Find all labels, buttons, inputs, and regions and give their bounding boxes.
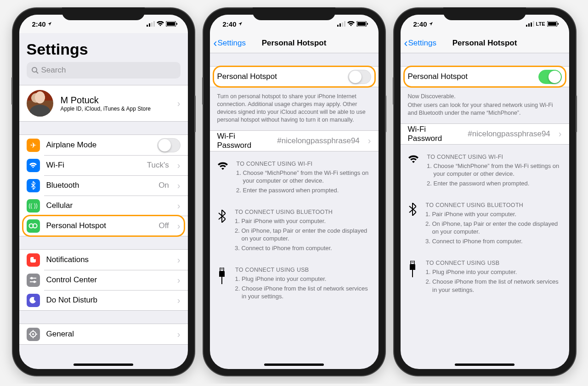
chevron-left-icon: ‹ — [214, 37, 217, 50]
instr-bt-3: Connect to iPhone from computer. — [432, 237, 561, 246]
instr-usb-2: Choose iPhone from the list of network s… — [242, 285, 371, 301]
row-notifications[interactable]: Notifications › — [19, 250, 188, 270]
usb-icon — [217, 267, 227, 302]
label-dnd: Do Not Disturb — [46, 296, 169, 305]
chevron-right-icon: › — [559, 129, 562, 139]
instructions-bluetooth: TO CONNECT USING BLUETOOTH Pair iPhone w… — [217, 204, 371, 262]
location-icon — [429, 22, 433, 26]
chevron-right-icon: › — [177, 329, 181, 340]
instr-usb-heading: TO CONNECT USING USB — [235, 267, 371, 273]
chevron-right-icon: › — [177, 201, 181, 211]
row-bluetooth[interactable]: Bluetooth On › — [19, 175, 188, 196]
carrier-text: LTE — [536, 21, 545, 27]
nav-title: Personal Hotspot — [452, 39, 517, 48]
hotspot-toggle-off[interactable] — [348, 70, 371, 84]
row-hotspot-toggle[interactable]: Personal Hotspot — [210, 67, 379, 87]
instr-wifi-heading: TO CONNECT USING WI-FI — [427, 154, 562, 160]
row-wifi[interactable]: Wi-Fi Tuck's › — [19, 155, 188, 175]
instr-wifi-1: Choose “MichPhone” from the Wi-Fi settin… — [243, 169, 371, 185]
wifi-password-value: #nicelongpassphrase94 — [277, 136, 360, 145]
row-cellular[interactable]: (( )) Cellular › — [19, 196, 188, 216]
label-notifications: Notifications — [46, 255, 169, 264]
wifi-icon — [347, 21, 355, 27]
back-button[interactable]: ‹ Settings — [404, 37, 436, 50]
back-label: Settings — [218, 39, 246, 48]
airplane-toggle[interactable] — [157, 138, 181, 152]
home-indicator — [264, 364, 324, 366]
signal-icon — [526, 21, 534, 27]
row-general[interactable]: General › — [19, 324, 188, 344]
status-time: 2:40 — [413, 20, 427, 28]
usb-icon — [408, 260, 418, 295]
instr-usb-1: Plug iPhone into your computer. — [432, 268, 561, 276]
chevron-right-icon: › — [177, 295, 181, 306]
wifi-icon — [217, 161, 228, 196]
svg-rect-3 — [153, 21, 155, 27]
home-indicator — [74, 364, 133, 366]
chevron-right-icon: › — [177, 180, 181, 191]
svg-point-7 — [32, 67, 37, 72]
nav-bar: ‹ Settings Personal Hotspot — [210, 33, 379, 53]
notch — [443, 7, 526, 20]
svg-rect-36 — [528, 23, 530, 27]
general-icon — [27, 328, 40, 341]
svg-rect-1 — [149, 23, 150, 27]
svg-rect-38 — [533, 21, 534, 27]
apple-id-row[interactable]: M Potuck Apple ID, iCloud, iTunes & App … — [19, 85, 188, 121]
instr-wifi-heading: TO CONNECT USING WI-FI — [237, 161, 371, 167]
value-wifi: Tuck's — [147, 161, 169, 170]
back-button[interactable]: ‹ Settings — [214, 37, 246, 50]
wifi-icon — [27, 159, 40, 172]
hotspot-icon — [27, 219, 40, 233]
instructions-wifi: TO CONNECT USING WI-FI Choose “MichPhone… — [217, 156, 371, 205]
row-airplane-mode[interactable]: ✈︎ Airplane Mode — [19, 135, 188, 155]
chevron-right-icon: › — [177, 221, 181, 231]
nav-title: Personal Hotspot — [262, 39, 327, 48]
svg-rect-28 — [357, 22, 366, 26]
row-personal-hotspot[interactable]: Personal Hotspot Off › — [19, 216, 188, 236]
row-control-center[interactable]: Control Center › — [19, 270, 188, 290]
battery-icon — [547, 21, 559, 27]
row-hotspot-toggle[interactable]: Personal Hotspot — [401, 67, 569, 87]
notch — [253, 7, 335, 20]
svg-rect-42 — [411, 261, 414, 264]
row-wifi-password[interactable]: Wi-Fi Password #nicelongpassphrase94 › — [210, 131, 379, 151]
row-wifi-password[interactable]: Wi-Fi Password #nicelongpassphrase94 › — [401, 124, 569, 144]
svg-rect-30 — [220, 268, 224, 271]
instr-bt-heading: TO CONNECT USING BLUETOOTH — [425, 202, 561, 208]
svg-rect-24 — [339, 23, 341, 27]
instr-wifi-1: Choose “MichPhone” from the Wi-Fi settin… — [434, 162, 562, 178]
hotspot-toggle-on[interactable] — [538, 70, 562, 84]
chevron-left-icon: ‹ — [404, 37, 408, 50]
svg-rect-25 — [342, 22, 343, 27]
svg-rect-23 — [337, 25, 339, 27]
avatar — [27, 90, 53, 117]
label-cellular: Cellular — [46, 201, 169, 210]
instr-usb-heading: TO CONNECT USING USB — [426, 260, 561, 266]
search-placeholder: Search — [41, 66, 66, 75]
label-wifi: Wi-Fi — [46, 161, 141, 170]
status-icons — [337, 21, 368, 27]
instr-bt-2: On iPhone, tap Pair or enter the code di… — [241, 227, 371, 243]
svg-rect-0 — [147, 25, 148, 27]
chevron-right-icon: › — [177, 255, 181, 265]
status-time: 2:40 — [223, 20, 237, 28]
search-icon — [31, 67, 39, 74]
svg-rect-44 — [413, 262, 414, 263]
search-input[interactable]: Search — [27, 62, 181, 78]
hotspot-footer-on-2: Other users can look for your shared net… — [401, 101, 569, 123]
chevron-right-icon: › — [177, 98, 181, 109]
svg-point-18 — [32, 333, 34, 335]
svg-rect-32 — [222, 269, 223, 269]
phone-frame-1: 2:40 Settings Search M Potuck App — [13, 8, 194, 375]
airplane-icon: ✈︎ — [27, 139, 40, 152]
hotspot-footer-off: Turn on personal hotspot to share your i… — [210, 90, 379, 130]
instr-wifi-2: Enter the password when prompted. — [243, 186, 371, 195]
chevron-right-icon: › — [177, 275, 181, 285]
instr-bt-heading: TO CONNECT USING BLUETOOTH — [235, 209, 371, 215]
row-do-not-disturb[interactable]: Do Not Disturb › — [19, 290, 188, 310]
wifi-password-label: Wi-Fi Password — [217, 132, 271, 150]
svg-rect-45 — [410, 264, 415, 270]
label-bluetooth: Bluetooth — [46, 181, 153, 190]
location-icon — [238, 22, 243, 26]
